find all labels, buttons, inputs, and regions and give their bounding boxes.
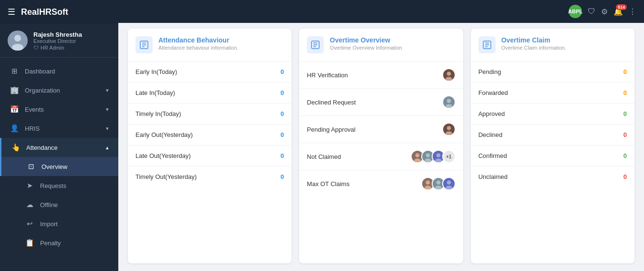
- sidebar-item-hris[interactable]: 👤 HRIS ▾: [0, 119, 118, 138]
- company-badge: ABPL: [569, 5, 582, 18]
- avatar-cluster: +1: [411, 150, 456, 163]
- sidebar-item-dashboard[interactable]: ⊞ Dashboard: [0, 62, 118, 81]
- topbar: ABPL 🛡 ⚙ 🔔 514 ⋮: [118, 0, 644, 23]
- sidebar-item-requests[interactable]: ➤ Requests: [0, 176, 118, 195]
- row-label: Forwarded: [478, 89, 508, 96]
- table-row: Declined Request: [299, 89, 463, 116]
- attendance-card-icon: [135, 36, 153, 53]
- sidebar-item-label: Import: [40, 220, 109, 228]
- table-row: Pending 0: [471, 62, 634, 83]
- row-label: Timely In(Today): [135, 110, 181, 117]
- gear-icon[interactable]: ⚙: [601, 7, 608, 16]
- more-options-icon[interactable]: ⋮: [629, 7, 636, 16]
- table-row: Max OT Claims: [299, 170, 463, 197]
- table-row: HR Verification: [299, 62, 463, 89]
- user-profile: Rajesh Shrestha Executive Director 🛡 HR …: [0, 24, 118, 58]
- card-header-overtime: Overtime Overview Overtime Overview Info…: [299, 29, 463, 62]
- sidebar-item-offline[interactable]: ☁ Offline: [0, 195, 118, 214]
- dashboard-icon: ⊞: [10, 66, 19, 76]
- sidebar-item-label: HRIS: [25, 125, 100, 132]
- card-header-claim: Overtime Claim Overtime Claim informatio…: [471, 29, 634, 62]
- attendance-behaviour-body: Early In(Today) 0 Late In(Today) 0 Timel…: [128, 62, 291, 263]
- card-header-text: Attendance Behaviour Attendance behaviou…: [158, 36, 284, 51]
- offline-icon: ☁: [25, 200, 34, 209]
- notification-button[interactable]: 🔔 514: [613, 7, 623, 16]
- shield-icon: 🛡: [33, 45, 39, 51]
- card-title: Overtime Overview: [330, 36, 455, 44]
- overview-icon: ⊡: [26, 162, 36, 171]
- overtime-claim-body: Pending 0 Forwarded 0 Approved 0 Decline…: [471, 62, 634, 263]
- row-value: 0: [623, 68, 627, 75]
- sidebar-item-overview[interactable]: ⊡ Overview: [0, 157, 118, 176]
- attendance-behaviour-card: Attendance Behaviour Attendance behaviou…: [128, 29, 291, 263]
- events-icon: 📅: [10, 104, 19, 114]
- sidebar-item-label: Offline: [40, 201, 109, 208]
- sidebar-item-label: Attendance: [26, 144, 100, 151]
- sidebar-item-label: Requests: [40, 182, 109, 189]
- row-label: Pending: [478, 68, 501, 75]
- card-header-text: Overtime Overview Overtime Overview Info…: [330, 36, 455, 51]
- avatar-cluster: [442, 123, 456, 136]
- row-label: Approved: [478, 110, 505, 117]
- card-subtitle: Attendance behaviour information.: [158, 45, 284, 51]
- avatar: [442, 68, 456, 82]
- sidebar: ☰ RealHRSoft Rajesh Shrestha Executive D…: [0, 0, 118, 271]
- sidebar-item-events[interactable]: 📅 Events ▾: [0, 100, 118, 119]
- requests-icon: ➤: [25, 181, 34, 190]
- overtime-overview-card: Overtime Overview Overtime Overview Info…: [299, 29, 463, 263]
- sidebar-item-label: Organization: [25, 87, 100, 94]
- row-label: Early In(Today): [135, 68, 177, 75]
- svg-point-25: [425, 158, 431, 163]
- svg-point-33: [436, 180, 440, 185]
- card-header-attendance: Attendance Behaviour Attendance behaviou…: [128, 29, 291, 62]
- penalty-icon: 📋: [25, 238, 34, 248]
- row-label: Late Out(Yesterday): [135, 152, 191, 159]
- table-row: Early Out(Yesterday) 0: [128, 125, 291, 146]
- card-title: Attendance Behaviour: [158, 36, 284, 44]
- overtime-card-icon: [307, 36, 324, 53]
- row-label: Declined: [478, 131, 503, 138]
- avatar: [442, 95, 456, 109]
- hamburger-icon[interactable]: ☰: [8, 7, 15, 17]
- svg-point-12: [447, 72, 451, 76]
- sidebar-item-organization[interactable]: 🏢 Organization ▾: [0, 81, 118, 100]
- shield-icon[interactable]: 🛡: [588, 7, 595, 16]
- card-subtitle: Overtime Claim information.: [501, 45, 627, 51]
- import-icon: ↩: [25, 219, 34, 229]
- app-title: RealHRSoft: [21, 7, 68, 17]
- hris-icon: 👤: [10, 124, 19, 133]
- sidebar-item-label: Events: [25, 106, 100, 113]
- sidebar-item-attendance[interactable]: 👆 Attendance ▴: [0, 138, 118, 157]
- overtime-claim-card: Overtime Claim Overtime Claim informatio…: [471, 29, 634, 263]
- svg-point-15: [447, 99, 451, 103]
- chevron-down-icon: ▾: [106, 106, 109, 113]
- row-value: 0: [623, 110, 627, 117]
- sidebar-item-penalty[interactable]: 📋 Penalty: [0, 233, 118, 252]
- sidebar-header: ☰ RealHRSoft: [0, 0, 118, 24]
- chevron-down-icon: ▾: [106, 87, 109, 94]
- svg-point-31: [425, 186, 431, 190]
- row-label: Not Claimed: [307, 153, 341, 160]
- sidebar-item-label: Overview: [42, 163, 109, 170]
- table-row: Pending Approval: [299, 116, 463, 143]
- table-row: Approved 0: [471, 104, 634, 125]
- user-info: Rajesh Shrestha Executive Director 🛡 HR …: [33, 31, 111, 51]
- svg-point-1: [14, 35, 21, 42]
- attendance-icon: 👆: [11, 143, 21, 152]
- avatar-cluster: [421, 177, 456, 190]
- row-label: Declined Request: [307, 99, 356, 106]
- svg-point-16: [446, 104, 452, 108]
- svg-point-27: [436, 153, 440, 157]
- chevron-down-icon: ▾: [106, 125, 109, 132]
- sidebar-item-import[interactable]: ↩ Import: [0, 214, 118, 233]
- svg-point-24: [426, 153, 430, 157]
- svg-point-36: [447, 180, 451, 185]
- nav-menu: ⊞ Dashboard 🏢 Organization ▾ 📅 Events ▾ …: [0, 58, 118, 271]
- avatar: [442, 123, 456, 136]
- user-name: Rajesh Shrestha: [33, 31, 111, 38]
- table-row: Not Claimed +1: [299, 143, 463, 170]
- row-value: 0: [280, 89, 284, 96]
- avatar-cluster: [442, 68, 456, 82]
- svg-point-19: [446, 131, 452, 136]
- table-row: Unclaimed 0: [471, 167, 634, 187]
